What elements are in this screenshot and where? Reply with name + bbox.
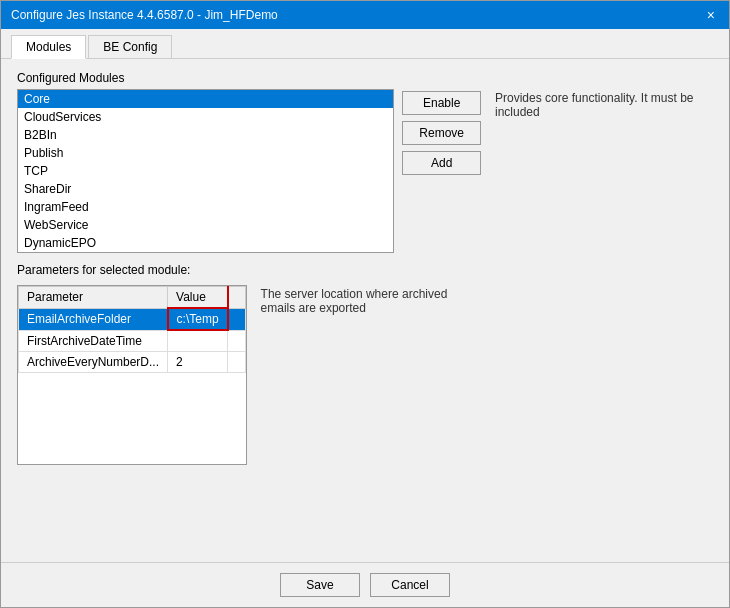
configured-modules-section: Configured Modules CoreCloudServicesB2BI… (17, 71, 713, 253)
modules-area: CoreCloudServicesB2BInPublishTCPShareDir… (17, 89, 481, 253)
cancel-button[interactable]: Cancel (370, 573, 450, 597)
module-item-webservice[interactable]: WebService (18, 216, 393, 234)
param-extra (228, 330, 246, 351)
modules-info-text: Provides core functionality. It must be … (495, 91, 694, 119)
module-item-sharedir[interactable]: ShareDir (18, 180, 393, 198)
params-section: Parameters for selected module: Paramete… (17, 263, 713, 465)
param-value (168, 330, 228, 351)
remove-button[interactable]: Remove (402, 121, 481, 145)
col-extra (228, 287, 246, 309)
module-item-core[interactable]: Core (18, 90, 393, 108)
enable-button[interactable]: Enable (402, 91, 481, 115)
param-value: 2 (168, 351, 228, 372)
param-extra (228, 351, 246, 372)
module-item-dynamicepo[interactable]: DynamicEPO (18, 234, 393, 252)
params-info-panel: The server location where archived email… (259, 285, 479, 465)
table-row[interactable]: ArchiveEveryNumberD...2 (19, 351, 246, 372)
window-title: Configure Jes Instance 4.4.6587.0 - Jim_… (11, 8, 278, 22)
modules-listbox-wrapper: CoreCloudServicesB2BInPublishTCPShareDir… (17, 89, 394, 253)
tab-be-config[interactable]: BE Config (88, 35, 172, 58)
param-extra (228, 308, 246, 330)
footer: Save Cancel (1, 562, 729, 607)
module-item-cloud-services[interactable]: CloudServices (18, 108, 393, 126)
params-info-text: The server location where archived email… (261, 287, 448, 315)
module-item-publish[interactable]: Publish (18, 144, 393, 162)
module-item-b2bin[interactable]: B2BIn (18, 126, 393, 144)
tab-modules[interactable]: Modules (11, 35, 86, 59)
main-window: Configure Jes Instance 4.4.6587.0 - Jim_… (0, 0, 730, 608)
modules-listbox[interactable]: CoreCloudServicesB2BInPublishTCPShareDir… (17, 89, 394, 253)
param-name: FirstArchiveDateTime (19, 330, 168, 351)
add-button[interactable]: Add (402, 151, 481, 175)
module-item-tcp[interactable]: TCP (18, 162, 393, 180)
params-area: Parameter Value EmailArchiveFolderc:\Tem… (17, 285, 713, 465)
modules-btn-group: Enable Remove Add (402, 89, 481, 253)
configured-modules-label: Configured Modules (17, 71, 713, 85)
table-row[interactable]: EmailArchiveFolderc:\Temp (19, 308, 246, 330)
table-row[interactable]: FirstArchiveDateTime (19, 330, 246, 351)
col-value: Value (168, 287, 228, 309)
param-name: EmailArchiveFolder (19, 308, 168, 330)
save-button[interactable]: Save (280, 573, 360, 597)
content-area: Configured Modules CoreCloudServicesB2BI… (1, 59, 729, 562)
module-item-ingramfeed[interactable]: IngramFeed (18, 198, 393, 216)
param-value: c:\Temp (168, 308, 228, 330)
col-parameter: Parameter (19, 287, 168, 309)
title-bar: Configure Jes Instance 4.4.6587.0 - Jim_… (1, 1, 729, 29)
modules-top-section: CoreCloudServicesB2BInPublishTCPShareDir… (17, 89, 713, 253)
modules-info-panel: Provides core functionality. It must be … (493, 89, 713, 253)
params-table-wrapper: Parameter Value EmailArchiveFolderc:\Tem… (17, 285, 247, 465)
param-name: ArchiveEveryNumberD... (19, 351, 168, 372)
tab-bar: Modules BE Config (1, 29, 729, 59)
params-section-label: Parameters for selected module: (17, 263, 713, 277)
params-table: Parameter Value EmailArchiveFolderc:\Tem… (18, 286, 246, 373)
close-button[interactable]: × (703, 7, 719, 23)
